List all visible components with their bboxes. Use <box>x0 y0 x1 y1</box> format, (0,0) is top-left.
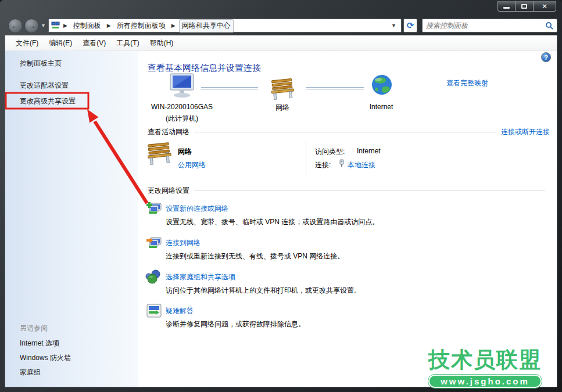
network-address-icon <box>51 21 60 30</box>
active-network-divider <box>306 139 306 177</box>
internet-map-label: Internet <box>370 103 393 111</box>
active-network-name: 网络 <box>178 147 192 157</box>
sidebar-item-internet-options[interactable]: Internet 选项 <box>20 339 59 348</box>
homegroup-sharing-desc: 访问位于其他网络计算机上的文件和打印机，或更改共享设置。 <box>166 286 361 296</box>
close-button[interactable]: ✕ <box>534 1 556 12</box>
connect-to-network-icon <box>146 235 162 250</box>
back-button[interactable]: ← <box>8 19 23 33</box>
troubleshoot-icon <box>146 303 162 318</box>
ethernet-connector-icon <box>339 159 345 168</box>
sidebar-item-change-advanced-sharing[interactable]: 更改高级共享设置 <box>20 96 76 106</box>
breadcrumb-chevron-icon: ▶ <box>168 23 179 28</box>
connect-disconnect-link[interactable]: 连接或断开连接 <box>501 127 550 137</box>
help-button[interactable]: ? <box>541 52 551 62</box>
search-icon[interactable] <box>545 21 553 30</box>
page-title: 查看基本网络信息并设置连接 <box>148 63 261 74</box>
sidebar-item-control-panel-home[interactable]: 控制面板主页 <box>20 59 62 69</box>
map-connector-line <box>201 87 258 89</box>
change-settings-header-row: 更改网络设置 <box>148 186 550 196</box>
troubleshoot-desc: 诊断并修复网络问题，或获得故障排除信息。 <box>166 319 305 329</box>
public-network-link[interactable]: 公用网络 <box>178 160 206 170</box>
minimize-button[interactable] <box>497 1 516 12</box>
this-computer-icon[interactable] <box>167 73 198 99</box>
sidebar-item-change-adapter-settings[interactable]: 更改适配器设置 <box>20 81 69 91</box>
local-area-connection-link[interactable]: 本地连接 <box>348 160 375 170</box>
address-bar[interactable]: ▶ 控制面板 ▶ 所有控制面板项 ▶ 网络和共享中心 ▼ <box>48 19 402 33</box>
setup-new-connection-desc: 设置无线、宽带、拨号、临时或 VPN 连接；或设置路由器或访问点。 <box>166 217 379 227</box>
connect-to-network-desc: 连接到或重新连接到无线、有线、拨号或 VPN 网络连接。 <box>166 251 344 261</box>
setup-new-connection-icon <box>146 201 162 216</box>
connection-label: 连接: <box>315 160 331 170</box>
breadcrumb-all-items[interactable]: 所有控制面板项 <box>114 20 168 32</box>
internet-globe-icon[interactable] <box>371 74 393 96</box>
active-networks-heading: 查看活动网络 <box>148 127 189 137</box>
sidebar-item-windows-firewall[interactable]: Windows 防火墙 <box>20 353 71 363</box>
minimize-icon <box>503 7 510 9</box>
active-network-bench-icon <box>145 141 173 166</box>
menu-file[interactable]: 文件(F) <box>10 36 44 51</box>
menu-view[interactable]: 查看(V) <box>77 36 111 51</box>
network-sharing-center-window: ✕ ← → ▼ ▶ 控制面板 ▶ 所有控制面板项 ▶ 网络和共享中心 ▼ ⟳ <box>0 0 562 392</box>
maximize-icon <box>521 4 527 9</box>
breadcrumb-control-panel[interactable]: 控制面板 <box>71 20 103 32</box>
title-bar[interactable]: ✕ <box>0 0 562 16</box>
body-row: 控制面板主页 更改适配器设置 更改高级共享设置 另请参阅 Internet 选项… <box>5 51 557 387</box>
section-rule <box>194 132 496 132</box>
breadcrumb-chevron-icon: ▶ <box>103 23 114 28</box>
address-dropdown-icon[interactable]: ▼ <box>391 23 396 28</box>
access-type-value: Internet <box>357 147 381 155</box>
client-area: 文件(F) 编辑(E) 查看(V) 工具(T) 帮助(H) 控制面板主页 更改适… <box>5 35 557 387</box>
sidebar: 控制面板主页 更改适配器设置 更改高级共享设置 另请参阅 Internet 选项… <box>5 51 138 387</box>
search-box[interactable] <box>422 19 557 33</box>
connect-to-network-link[interactable]: 连接到网络 <box>166 238 201 248</box>
refresh-button[interactable]: ⟳ <box>403 19 417 33</box>
computer-name-label: WIN-20200106GAS <box>151 103 213 111</box>
section-rule <box>194 190 545 191</box>
navigation-bar: ← → ▼ ▶ 控制面板 ▶ 所有控制面板项 ▶ 网络和共享中心 ▼ ⟳ <box>5 16 557 35</box>
menu-edit[interactable]: 编辑(E) <box>44 36 77 51</box>
access-type-label: 访问类型: <box>315 147 345 157</box>
network-bench-icon[interactable] <box>269 77 296 100</box>
recent-pages-dropdown-icon[interactable]: ▼ <box>41 23 46 28</box>
network-map-label: 网络 <box>275 103 289 113</box>
homegroup-sharing-link[interactable]: 选择家庭组和共享选项 <box>166 272 235 282</box>
computer-sub-label: (此计算机) <box>166 114 198 124</box>
watermark-title: 技术员联盟 <box>428 347 542 373</box>
setup-new-connection-link[interactable]: 设置新的连接或网络 <box>166 204 228 214</box>
map-connector-line <box>306 87 364 89</box>
menu-help[interactable]: 帮助(H) <box>145 36 179 51</box>
view-full-map-link[interactable]: 查看完整映射 <box>446 78 488 88</box>
troubleshoot-link[interactable]: 疑难解答 <box>166 306 194 316</box>
main-content: 查看基本网络信息并设置连接 ? WIN-20200106GAS (此计算机) <box>138 51 557 387</box>
sidebar-see-also-heading: 另请参阅 <box>20 323 48 333</box>
change-settings-heading: 更改网络设置 <box>148 186 189 196</box>
forward-button[interactable]: → <box>24 19 39 33</box>
watermark: 技术员联盟 www.jsgho.com <box>428 347 542 388</box>
homegroup-sharing-icon <box>145 269 161 285</box>
search-input[interactable] <box>426 21 545 30</box>
sidebar-item-homegroup[interactable]: 家庭组 <box>20 368 41 377</box>
close-icon: ✕ <box>542 3 547 10</box>
menu-bar: 文件(F) 编辑(E) 查看(V) 工具(T) 帮助(H) <box>5 35 557 51</box>
breadcrumb-chevron-icon: ▶ <box>60 23 71 28</box>
maximize-button[interactable] <box>516 1 534 12</box>
window-controls: ✕ <box>497 1 556 12</box>
breadcrumb-network-sharing-center[interactable]: 网络和共享中心 <box>179 19 234 33</box>
menu-tools[interactable]: 工具(T) <box>111 36 144 51</box>
active-networks-header-row: 查看活动网络 连接或断开连接 <box>148 127 550 137</box>
watermark-url: www.jsgho.com <box>428 375 542 388</box>
